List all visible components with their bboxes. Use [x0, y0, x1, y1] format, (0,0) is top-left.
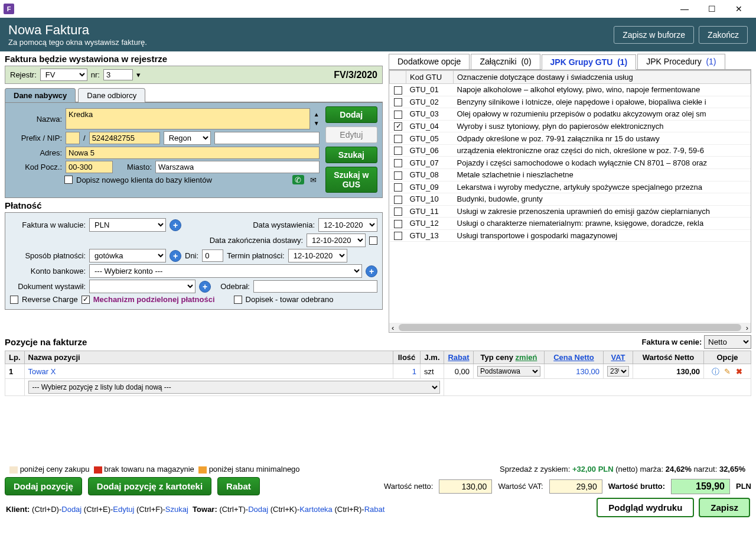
days-input[interactable] — [202, 249, 223, 262]
issued-by-select[interactable] — [89, 280, 195, 293]
issued-by-add-icon[interactable]: + — [199, 281, 211, 293]
reverse-charge-checkbox[interactable] — [10, 296, 18, 304]
scroll-up-icon[interactable]: ▲ — [314, 111, 320, 118]
col-rabat-link[interactable]: Rabat — [448, 353, 469, 362]
payment-method-add-icon[interactable]: + — [170, 250, 181, 262]
gtu-row[interactable]: GTU_12Usługi o charakterze niematerialny… — [390, 218, 751, 230]
window-close-icon[interactable]: ✕ — [725, 0, 752, 18]
gtu-row[interactable]: GTU_03Olej opałowy w rozumieniu przepisó… — [390, 108, 751, 121]
buyer-name-input[interactable]: Kredka — [66, 108, 310, 129]
shortcut-add-client[interactable]: Dodaj — [61, 505, 82, 514]
gtu-checkbox[interactable] — [394, 111, 402, 119]
gtu-row[interactable]: GTU_02Benzyny silnikowe i lotnicze, olej… — [390, 96, 751, 108]
gtu-checkbox[interactable] — [394, 98, 402, 106]
add-from-catalog-button[interactable]: Dodaj pozycję z kartoteki — [88, 477, 211, 495]
currency-select[interactable]: PLN — [89, 218, 166, 232]
col-net-link[interactable]: Cena Netto — [553, 353, 594, 362]
gtu-row[interactable]: GTU_04Wyroby i susz tytoniowy, płyn do p… — [390, 120, 751, 132]
gtu-row[interactable]: GTU_06urządzenia elektroniczne oraz częś… — [390, 144, 751, 157]
window-maximize-icon[interactable]: ☐ — [698, 0, 725, 18]
bank-add-icon[interactable]: + — [366, 265, 377, 277]
tab-jpk-procedures[interactable]: JPK Procedury (1) — [637, 54, 725, 69]
preview-button[interactable]: Podgląd wydruku — [597, 498, 694, 517]
delete-icon[interactable]: ✖ — [734, 367, 744, 377]
gtu-checkbox[interactable] — [394, 232, 402, 240]
tab-jpk-gtu[interactable]: JPK Grupy GTU (1) — [542, 54, 637, 70]
search-client-button[interactable]: Szukaj — [325, 147, 377, 163]
gtu-checkbox[interactable] — [394, 122, 402, 131]
delivery-date-checkbox[interactable] — [369, 236, 377, 245]
city-input[interactable] — [155, 161, 320, 173]
split-payment-checkbox[interactable] — [82, 296, 90, 304]
new-item-select[interactable]: --- Wybierz pozycję z listy lub dodaj no… — [28, 381, 441, 394]
gtu-row[interactable]: GTU_08Metale szlachetnie i nieszlachetne — [390, 168, 751, 181]
save-button[interactable]: Zapisz — [699, 498, 750, 517]
gtu-row[interactable]: GTU_07Pojazdy i części samochodowe o kod… — [390, 157, 751, 169]
gtu-checkbox[interactable] — [394, 147, 402, 155]
mail-icon[interactable]: ✉ — [308, 175, 320, 184]
tab-extra-options[interactable]: Dodatkowe opcje — [389, 54, 470, 69]
received-by-input[interactable] — [253, 280, 377, 293]
add-item-button[interactable]: Dodaj pozycję — [5, 477, 82, 495]
postcode-input[interactable] — [66, 161, 113, 173]
save-buffer-button[interactable]: Zapisz w buforze — [614, 26, 694, 44]
payment-term-input[interactable]: 12-10-2020 — [288, 249, 347, 262]
gtu-row[interactable]: GTU_13Usługi transportowe i gospodarki m… — [390, 229, 751, 242]
scroll-right-icon[interactable]: › — [744, 323, 751, 332]
delivery-date-input[interactable]: 12-10-2020 — [307, 234, 366, 247]
gtu-row[interactable]: GTU_09Lekarstwa i wyroby medyczne, artyk… — [390, 181, 751, 193]
item-name-link[interactable]: Towar X — [24, 364, 393, 379]
horizontal-scroll-thumb[interactable] — [399, 324, 741, 331]
tab-buyer[interactable]: Dane nabywcy — [5, 88, 76, 102]
gtu-checkbox[interactable] — [394, 86, 402, 95]
window-minimize-icon[interactable]: — — [671, 0, 698, 18]
register-nr-input[interactable] — [103, 69, 133, 80]
col-type-change-link[interactable]: zmień — [516, 353, 537, 362]
col-vat-link[interactable]: VAT — [611, 353, 625, 362]
item-row[interactable]: 1 Towar X 1 szt 0,00 Podstawowa 130,00 2… — [5, 364, 751, 379]
gtu-checkbox[interactable] — [394, 135, 402, 143]
bank-select[interactable]: --- Wybierz konto --- — [89, 264, 362, 278]
register-select[interactable]: FV — [40, 69, 87, 81]
scroll-left-icon[interactable]: ‹ — [389, 323, 396, 332]
scroll-down-icon[interactable]: ▼ — [314, 120, 320, 127]
add-client-checkbox[interactable] — [64, 176, 73, 184]
gtu-checkbox[interactable] — [394, 171, 402, 180]
prefix-input[interactable] — [66, 132, 80, 144]
edit-client-button[interactable]: Edytuj — [325, 127, 377, 143]
shortcut-search-client[interactable]: Szukaj — [165, 505, 188, 514]
gtu-row[interactable]: GTU_11Usługi w zakresie przenoszenia upr… — [390, 205, 751, 218]
gtu-checkbox[interactable] — [394, 207, 402, 216]
gtu-row[interactable]: GTU_01Napoje alkoholowe – alkohol etylow… — [390, 84, 751, 96]
finish-button[interactable]: Zakończ — [699, 26, 748, 44]
currency-add-icon[interactable]: + — [170, 219, 181, 231]
payment-method-select[interactable]: gotówka — [89, 249, 166, 262]
shortcut-discount[interactable]: Rabat — [364, 505, 385, 514]
gtu-checkbox[interactable] — [394, 159, 402, 167]
gtu-checkbox[interactable] — [394, 183, 402, 192]
shortcut-edit-client[interactable]: Edytuj — [113, 505, 134, 514]
shortcut-catalog[interactable]: Kartoteka — [299, 505, 333, 514]
issue-date-input[interactable]: 12-10-2020 — [318, 218, 377, 232]
gtu-row[interactable]: GTU_05Odpady określone w poz. 79-91 załą… — [390, 132, 751, 145]
info-icon[interactable]: ⓘ — [711, 367, 721, 376]
shortcut-add-item[interactable]: Dodaj — [248, 505, 268, 514]
discount-button[interactable]: Rabat — [217, 477, 260, 495]
item-vat-select[interactable]: 23% — [607, 366, 629, 377]
add-client-button[interactable]: Dodaj — [325, 106, 377, 123]
regon-select[interactable]: Regon — [164, 131, 211, 145]
gtu-checkbox[interactable] — [394, 196, 402, 204]
edit-icon[interactable]: ✎ — [723, 367, 732, 377]
goods-received-checkbox[interactable] — [234, 296, 242, 304]
tab-attachments[interactable]: Załączniki (0) — [471, 54, 540, 69]
gtu-checkbox[interactable] — [394, 220, 402, 228]
nip-input[interactable] — [89, 132, 160, 144]
item-price-type-select[interactable]: Podstawowa — [477, 366, 540, 377]
phone-icon[interactable]: ✆ — [292, 175, 304, 184]
regon-input[interactable] — [214, 132, 320, 144]
search-gus-button[interactable]: Szukaj w GUS — [325, 167, 377, 193]
gtu-row[interactable]: GTU_10Budynki, budowle, grunty — [390, 193, 751, 206]
address-input[interactable] — [66, 147, 320, 159]
price-mode-select[interactable]: Netto — [704, 335, 751, 349]
tab-recipient[interactable]: Dane odbiorcy — [78, 88, 145, 102]
